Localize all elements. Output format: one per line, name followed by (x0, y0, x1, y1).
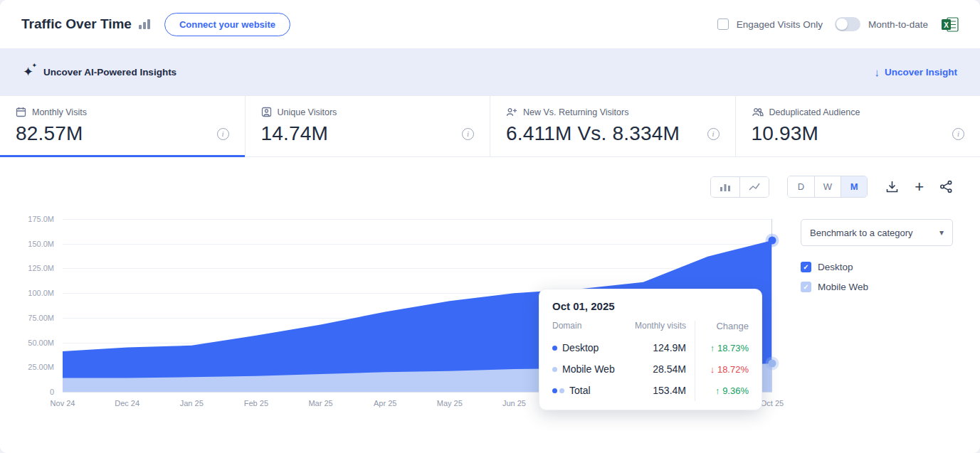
x-tick-label: Nov 24 (51, 399, 75, 407)
ai-insights-banner: ✦✦ Uncover AI-Powered Insights ↓ Uncover… (0, 48, 980, 95)
granularity-switcher: D W M (787, 176, 868, 198)
header-controls: Engaged Visits Only Month-to-date X (717, 17, 959, 32)
granularity-weekly-button[interactable]: W (814, 176, 841, 197)
traffic-over-time-page: Traffic Over Time Connect your website E… (0, 0, 980, 453)
page-header: Traffic Over Time Connect your website E… (0, 0, 980, 48)
metric-cards-row: Monthly Visits 82.57M i Unique Visitors … (0, 95, 980, 157)
chart-tooltip: Oct 01, 2025 Domain Monthly visits Chang… (539, 289, 762, 410)
chart-area: 175.0M150.0M125.0M100.0M75.00M50.00M25.0… (0, 219, 801, 416)
mobile-web-dot (552, 367, 557, 372)
tooltip-total-change: ↑ 9.36% (695, 380, 749, 401)
tooltip-date: Oct 01, 2025 (552, 300, 749, 312)
x-tick-label: Mar 25 (308, 399, 332, 407)
new-returning-visitors-icon (506, 107, 517, 117)
card-deduplicated-audience[interactable]: Deduplicated Audience 10.93M i (736, 96, 980, 156)
legend-item-mobile-web[interactable]: ✓ Mobile Web (801, 282, 953, 292)
y-tick-label: 25.00M (28, 363, 54, 371)
share-icon (939, 180, 953, 193)
toggle-knob (836, 18, 848, 30)
engaged-visits-label: Engaged Visits Only (737, 19, 823, 30)
tooltip-row-mobile-web: Mobile Web (552, 358, 621, 380)
bar-chart-type-button[interactable] (711, 177, 739, 197)
x-tick-label: Apr 25 (374, 399, 396, 407)
info-icon[interactable]: i (217, 128, 229, 140)
tooltip-col-visits: Monthly visits (621, 321, 686, 337)
y-tick-label: 75.00M (28, 314, 54, 322)
card-label: Unique Visitors (278, 107, 337, 117)
x-tick-label: Feb 25 (244, 399, 268, 407)
chart-type-switcher (710, 176, 769, 198)
x-tick-label: Jun 25 (502, 399, 526, 407)
card-unique-visitors[interactable]: Unique Visitors 14.74M i (246, 96, 491, 156)
y-axis: 175.0M150.0M125.0M100.0M75.00M50.00M25.0… (0, 219, 63, 392)
chart-marker-total[interactable] (769, 236, 776, 244)
up-arrow-icon: ↑ (710, 343, 715, 353)
info-icon[interactable]: i (952, 128, 964, 140)
engaged-visits-checkbox[interactable] (717, 18, 729, 30)
chart-section: D W M + 175.0M150.0M125.0M100.0M75.00M50 (0, 157, 980, 453)
y-tick-label: 50.00M (28, 339, 54, 347)
tooltip-col-domain: Domain (552, 321, 621, 337)
desktop-checkbox[interactable]: ✓ (801, 262, 811, 272)
granularity-monthly-button[interactable]: M (841, 176, 867, 197)
x-tick-label: Dec 24 (115, 399, 139, 407)
chevron-down-icon: ▾ (939, 228, 944, 238)
x-tick-label: Jan 25 (180, 399, 204, 407)
bar-chart-icon (139, 19, 150, 29)
share-button[interactable] (939, 180, 953, 193)
connect-website-button[interactable]: Connect your website (164, 13, 290, 36)
ai-banner-title: Uncover AI-Powered Insights (43, 67, 176, 78)
y-tick-label: 150.0M (28, 240, 54, 248)
month-to-date-toggle[interactable] (835, 17, 860, 31)
add-compare-button[interactable]: + (915, 179, 924, 195)
line-chart-type-button[interactable] (739, 177, 769, 197)
tooltip-row-total: Total (552, 380, 621, 401)
card-value: 10.93M (752, 122, 819, 145)
granularity-daily-button[interactable]: D (788, 176, 814, 197)
info-icon[interactable]: i (707, 128, 720, 140)
info-icon[interactable]: i (462, 128, 474, 140)
chart-plot[interactable]: Oct 01, 2025 Domain Monthly visits Chang… (63, 219, 772, 392)
down-arrow-icon: ↓ (710, 364, 715, 375)
tooltip-total-value: 153.4M (621, 380, 686, 401)
calendar-icon (16, 107, 26, 117)
month-to-date-label: Month-to-date (868, 19, 928, 30)
card-new-vs-returning[interactable]: New Vs. Returning Visitors 6.411M Vs. 8.… (490, 96, 736, 156)
excel-export-icon[interactable]: X (942, 17, 959, 32)
legend-label-mobile-web: Mobile Web (818, 282, 868, 292)
tooltip-mobile-change: ↓ 18.72% (695, 358, 749, 380)
y-tick-label: 175.0M (28, 215, 54, 223)
chart-row: 175.0M150.0M125.0M100.0M75.00M50.00M25.0… (0, 219, 980, 416)
uncover-insight-link[interactable]: ↓ Uncover Insight (874, 66, 957, 78)
card-value: 6.411M Vs. 8.334M (506, 122, 680, 145)
chart-legend: ✓ Desktop ✓ Mobile Web (801, 262, 953, 292)
svg-text:X: X (944, 21, 949, 28)
mobile-web-checkbox[interactable]: ✓ (801, 282, 811, 292)
download-icon (885, 180, 899, 193)
legend-item-desktop[interactable]: ✓ Desktop (801, 262, 953, 272)
tooltip-row-desktop: Desktop (552, 337, 621, 358)
chart-actions: + (885, 179, 953, 195)
unique-visitors-icon (261, 107, 272, 117)
tooltip-table: Domain Monthly visits Change Desktop 124… (552, 321, 749, 401)
card-label: New Vs. Returning Visitors (523, 107, 628, 117)
download-button[interactable] (885, 180, 899, 193)
y-tick-label: 100.0M (28, 289, 54, 297)
tooltip-mobile-value: 28.54M (621, 358, 686, 380)
audience-icon (752, 107, 764, 117)
total-dots (552, 388, 564, 393)
benchmark-dropdown[interactable]: Benchmark to a category ▾ (801, 219, 953, 246)
down-arrow-icon: ↓ (874, 66, 880, 78)
chart-marker-mobile-web[interactable] (769, 360, 776, 368)
card-monthly-visits[interactable]: Monthly Visits 82.57M i (0, 96, 246, 156)
plus-icon: + (915, 179, 924, 195)
card-value: 14.74M (261, 122, 329, 145)
card-label: Deduplicated Audience (769, 107, 860, 117)
card-value: 82.57M (16, 122, 83, 145)
up-arrow-icon: ↑ (715, 385, 720, 396)
page-title: Traffic Over Time (21, 16, 132, 32)
card-label: Monthly Visits (32, 107, 87, 117)
tooltip-desktop-change: ↑ 18.73% (695, 337, 749, 358)
desktop-dot (552, 346, 557, 351)
tooltip-col-change: Change (695, 321, 749, 337)
